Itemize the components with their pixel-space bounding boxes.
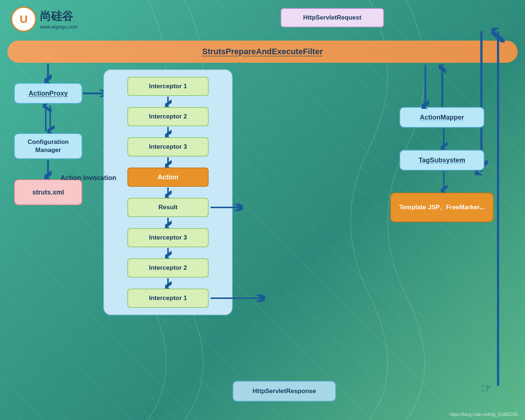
interceptor-3-bottom: Interceptor 3: [127, 228, 209, 247]
action-mapper-box: ActionMapper: [399, 107, 484, 128]
interceptor-1-bottom: Interceptor 1: [127, 289, 209, 308]
action-invocation-container: Action Invocation Interceptor 1 Intercep…: [103, 69, 233, 315]
http-servlet-response-box: HttpServletResponse: [233, 381, 336, 402]
configuration-manager-box: Configuration Manager: [14, 133, 82, 159]
logo: U 尚硅谷 www.atguigu.com: [11, 7, 78, 32]
mapper-up-arrow: [439, 65, 446, 109]
logo-circle: U: [11, 7, 36, 32]
config-to-struts-arrow: [44, 159, 52, 179]
arrow-int2b-to-int1b: [164, 278, 172, 289]
result-box: Result: [127, 198, 209, 217]
proxy-config-arrows: [41, 104, 55, 133]
watermark: https://blog.csdn.net/qq_31892205: [450, 412, 518, 417]
arrow-int2-to-int3: [164, 126, 172, 137]
arrow-int3-to-action: [164, 156, 172, 168]
action-proxy-box: ActionProxy: [14, 83, 82, 104]
action-invocation-label: Action Invocation: [61, 173, 116, 183]
tag-subsystem-box: TagSubsystem: [399, 150, 484, 171]
interceptor-3-top: Interceptor 3: [127, 137, 209, 156]
arrow-int1-to-int2: [164, 96, 172, 107]
filter-to-proxy-arrow: [44, 63, 52, 83]
template-box: Template JSP、FreeMarker...: [390, 193, 494, 222]
result-to-template-arrow: [210, 204, 243, 211]
interceptor-2-bottom: Interceptor 2: [127, 258, 209, 278]
arrow-action-to-result: [164, 187, 172, 198]
arrow-int3b-to-int2b: [164, 247, 172, 258]
action-box: Action: [127, 168, 209, 187]
arrow-result-to-int3b: [164, 217, 172, 228]
logo-chinese: 尚硅谷: [40, 9, 78, 24]
filter-bar: StrutsPrepareAndExecuteFilter: [7, 41, 518, 63]
struts-xml-box: struts.xml: [14, 179, 82, 205]
filter-down-to-mapper-arrow: [422, 63, 429, 109]
filter-bar-label: StrutsPrepareAndExecuteFilter: [202, 47, 323, 56]
cursor-icon: ☞: [481, 381, 493, 396]
mapper-to-tag-arrow: [440, 128, 447, 150]
interceptor-1-top: Interceptor 1: [127, 77, 209, 96]
tag-to-template-arrow: [440, 171, 447, 193]
interceptor-2-top: Interceptor 2: [127, 107, 209, 126]
int1-to-response-arrow: [210, 295, 265, 302]
http-servlet-request-box: HttpServletRequest: [281, 8, 384, 27]
logo-url: www.atguigu.com: [40, 24, 78, 30]
